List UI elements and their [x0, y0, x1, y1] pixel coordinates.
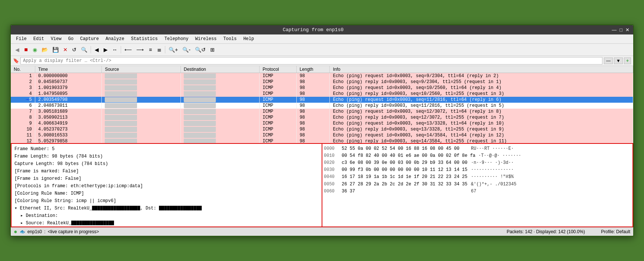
cell-time: 4.006634919 [35, 120, 102, 126]
cell-source: ████████████ [102, 120, 180, 126]
menu-statistics[interactable]: Statistics [128, 35, 161, 43]
table-row[interactable]: 104.052370273████████████████████████ICM… [11, 126, 633, 132]
hex-ascii: ·T··@·@· ······· [478, 152, 521, 159]
detail-line: [Frame is marked: False] [13, 168, 320, 175]
filter-dropdown-btn[interactable]: ▼ [614, 57, 623, 64]
cell-no: 11 [11, 132, 35, 138]
cell-time: 1.047950895 [35, 91, 102, 97]
tb-save[interactable]: 💾 [51, 46, 61, 54]
cell-destination: ████████████ [180, 115, 259, 120]
menu-edit[interactable]: Edit [30, 35, 47, 43]
table-row[interactable]: 94.006634919████████████████████████ICMP… [11, 120, 633, 126]
table-row[interactable]: 83.050902113████████████████████████ICMP… [11, 115, 633, 120]
cell-length: 98 [296, 85, 330, 91]
menu-file[interactable]: File [13, 35, 30, 43]
statusbar-right: Packets: 142 · Displayed: 142 (100.0%) P… [507, 229, 630, 234]
filter-input[interactable] [20, 57, 602, 65]
table-row[interactable]: →52.003549798████████████████████████ICM… [11, 97, 633, 103]
tb-zoom-in[interactable]: 🔍+ [167, 46, 180, 54]
cell-time: 2.048673011 [35, 103, 102, 109]
detail-line: ▸ Source: RealtekU_████████████████ [13, 219, 320, 227]
hex-offset: 0010 [324, 152, 339, 159]
filter-add-btn[interactable]: + [624, 57, 631, 64]
cell-destination: ████████████ [180, 103, 259, 109]
cell-protocol: ICMP [260, 138, 297, 144]
cell-source: ████████████ [102, 103, 180, 109]
tb-layout[interactable]: ⊞ [208, 46, 217, 54]
tb-zoom-out[interactable]: 🔍- [180, 46, 192, 54]
statusbar-left: ● 🐟 enp1s0 : <live capture in progress> [14, 228, 99, 235]
table-row[interactable]: 115.008016533████████████████████████ICM… [11, 132, 633, 138]
cell-length: 98 [296, 73, 330, 79]
table-row[interactable]: 41.047950895████████████████████████ICMP… [11, 91, 633, 97]
tb-close[interactable]: ✕ [61, 46, 69, 54]
packets-count: Packets: 142 [507, 229, 532, 234]
menu-view[interactable]: View [48, 35, 65, 43]
cell-protocol: ICMP [260, 91, 297, 97]
tb-list[interactable]: ≡ [146, 46, 155, 54]
tb-back[interactable]: ◀ [13, 46, 21, 54]
tb-prev[interactable]: ◀ [92, 46, 101, 54]
status-dot: ● [14, 228, 17, 235]
menu-go[interactable]: Go [65, 35, 76, 43]
cell-destination: ████████████ [180, 126, 259, 132]
filter-bookmark-btn[interactable]: — [604, 57, 613, 64]
cell-length: 98 [296, 120, 330, 126]
hex-bytes: c3 6e 08 00 39 0e 00 03 00 0b 29 b9 33 6… [342, 159, 468, 166]
cell-length: 98 [296, 91, 330, 97]
hex-bytes: 00 54 f8 82 40 00 40 01 e6 ae 00 0a 00 0… [342, 152, 475, 159]
table-row[interactable]: 125.052979858████████████████████████ICM… [11, 138, 633, 144]
table-row[interactable]: 73.005181689████████████████████████ICMP… [11, 109, 633, 115]
packet-table-container: No. Time Source Destination Protocol Len… [11, 66, 633, 144]
cell-time: 2.003549798 [35, 97, 102, 103]
hex-row: 005026 27 28 29 2a 2b 2c 2d 2e 2f 30 31 … [324, 181, 631, 188]
hex-offset: 0060 [324, 188, 339, 195]
hex-panel: 000052 55 0a 00 02 52 54 00 16 88 16 08 … [322, 144, 632, 227]
tb-stop[interactable]: ■ [22, 45, 30, 54]
tb-next[interactable]: ▶ [101, 46, 110, 54]
tb-find[interactable]: 🔍 [79, 46, 89, 54]
cell-destination: ████████████ [180, 73, 259, 79]
table-row[interactable]: 62.048673011████████████████████████ICMP… [11, 103, 633, 109]
table-row[interactable]: 10.000000000████████████████████████ICMP… [11, 73, 633, 79]
minimize-button[interactable]: — [612, 27, 617, 32]
close-button[interactable]: ✕ [625, 27, 630, 32]
tb-jump[interactable]: ↔ [110, 46, 119, 54]
menu-capture[interactable]: Capture [77, 35, 102, 43]
filter-controls: — ▼ + [604, 57, 631, 64]
hex-ascii: &'()*+,- ./012345 [471, 181, 516, 188]
menu-tools[interactable]: Tools [220, 35, 240, 43]
hex-row: 0020c3 6e 08 00 39 0e 00 03 00 0b 29 b9 … [324, 159, 631, 166]
cell-no: 2 [11, 79, 35, 85]
menu-help[interactable]: Help [240, 35, 257, 43]
tb-zoom-reset[interactable]: 🔍↺ [193, 46, 208, 54]
menu-telephony[interactable]: Telephony [162, 35, 192, 43]
hex-row: 001000 54 f8 82 40 00 40 01 e6 ae 00 0a … [324, 152, 631, 159]
table-row[interactable]: 20.045850737████████████████████████ICMP… [11, 79, 633, 85]
cell-source: ████████████ [102, 138, 180, 144]
hex-bytes: 16 17 18 19 1a 1b 1c 1d 1e 1f 20 21 22 2… [342, 174, 468, 181]
cell-length: 98 [296, 115, 330, 120]
maximize-button[interactable]: □ [619, 27, 622, 32]
cell-destination: ████████████ [180, 109, 259, 115]
toolbar: ◀ ■ ◉ 📂 💾 ✕ ↺ 🔍 ◀ ▶ ↔ ⟵ ⟶ ≡ ≣ 🔍+ 🔍- 🔍↺ ⊞ [11, 44, 633, 56]
table-header: No. Time Source Destination Protocol Len… [11, 66, 633, 73]
cell-no: 10 [11, 126, 35, 132]
cell-time: 3.005181689 [35, 109, 102, 115]
cell-info: Echo (ping) request id=0x0003, seq=10/25… [330, 85, 633, 91]
col-time: Time [35, 66, 102, 73]
tb-detail[interactable]: ≣ [155, 46, 163, 54]
tb-restart[interactable]: ◉ [31, 46, 39, 54]
cell-protocol: ICMP [260, 120, 297, 126]
displayed-count: Displayed: 142 (100.0%) [536, 229, 585, 234]
tb-open[interactable]: 📂 [40, 46, 50, 54]
hex-bytes: 52 55 0a 00 02 52 54 00 16 88 16 08 00 4… [342, 145, 468, 152]
status-text: <live capture in progress> [48, 229, 99, 234]
tb-first[interactable]: ⟵ [123, 46, 134, 54]
menu-analyze[interactable]: Analyze [103, 35, 127, 43]
menu-wireless[interactable]: Wireless [192, 35, 220, 43]
table-row[interactable]: 31.001903379████████████████████████ICMP… [11, 85, 633, 91]
tb-last[interactable]: ⟶ [134, 46, 146, 54]
cell-destination: ████████████ [180, 138, 259, 144]
tb-reload[interactable]: ↺ [70, 46, 78, 54]
